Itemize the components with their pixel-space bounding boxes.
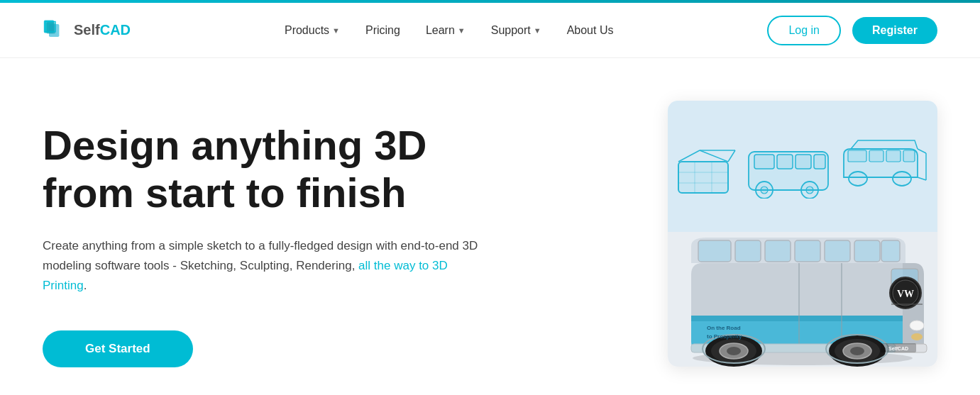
svg-rect-37 xyxy=(795,240,820,262)
get-started-button[interactable]: Get Started xyxy=(43,330,193,367)
svg-point-28 xyxy=(849,172,867,186)
svg-text:VW: VW xyxy=(897,289,914,299)
svg-rect-38 xyxy=(825,240,850,262)
svg-rect-14 xyxy=(777,155,793,169)
wireframe-van-side-icon xyxy=(746,136,831,199)
hero-description: Create anything from a simple sketch to … xyxy=(43,236,483,296)
chevron-down-icon: ▼ xyxy=(332,26,340,35)
nav-item-pricing[interactable]: Pricing xyxy=(365,24,400,37)
nav-item-about-us[interactable]: About Us xyxy=(567,24,614,37)
chevron-down-icon: ▼ xyxy=(458,26,466,35)
chevron-down-icon: ▼ xyxy=(534,26,541,35)
svg-rect-21 xyxy=(848,150,866,162)
logo-text: SelfCAD xyxy=(74,22,131,38)
main-nav: Products ▼ Pricing Learn ▼ Support ▼ Abo… xyxy=(285,24,614,37)
site-header: SelfCAD Products ▼ Pricing Learn ▼ Suppo… xyxy=(0,3,980,58)
svg-rect-41 xyxy=(691,316,903,321)
login-button[interactable]: Log in xyxy=(767,16,841,45)
svg-rect-15 xyxy=(795,155,811,169)
wireframe-vans-group xyxy=(668,123,937,210)
svg-point-19 xyxy=(761,187,768,194)
svg-rect-40 xyxy=(881,240,900,262)
hero-section: Design anything 3D from start to finish … xyxy=(0,58,980,395)
svg-rect-16 xyxy=(814,155,825,169)
nav-item-products[interactable]: Products ▼ xyxy=(285,24,340,37)
svg-text:SelfCAD: SelfCAD xyxy=(888,346,908,351)
svg-line-7 xyxy=(728,150,735,162)
wireframe-van-perspective-icon xyxy=(838,135,930,199)
svg-rect-24 xyxy=(903,150,915,162)
hero-image-rendered: VW xyxy=(668,232,937,367)
svg-point-33 xyxy=(911,333,923,340)
svg-point-29 xyxy=(893,172,911,186)
svg-rect-22 xyxy=(869,150,883,162)
svg-rect-23 xyxy=(886,150,901,162)
svg-rect-34 xyxy=(698,240,731,262)
svg-rect-36 xyxy=(765,240,791,262)
svg-point-32 xyxy=(910,321,924,330)
svg-rect-13 xyxy=(754,155,774,169)
svg-line-4 xyxy=(678,150,700,162)
rendered-vw-bus-svg: VW xyxy=(671,232,934,367)
svg-line-5 xyxy=(700,150,728,162)
svg-rect-35 xyxy=(735,240,761,262)
svg-text:to Prosperity: to Prosperity xyxy=(707,333,742,340)
register-button[interactable]: Register xyxy=(852,17,937,44)
svg-rect-3 xyxy=(678,162,728,193)
hero-left-content: Design anything 3D from start to finish … xyxy=(43,101,525,367)
hero-image-wireframe xyxy=(668,101,937,232)
svg-rect-39 xyxy=(854,240,880,262)
logo-link[interactable]: SelfCAD xyxy=(43,18,131,43)
nav-item-support[interactable]: Support ▼ xyxy=(491,24,541,37)
svg-text:On the Road: On the Road xyxy=(707,325,741,331)
wireframe-box-icon xyxy=(675,148,739,199)
svg-point-20 xyxy=(806,187,813,194)
hero-title: Design anything 3D from start to finish xyxy=(43,122,525,216)
svg-line-25 xyxy=(918,149,926,153)
hero-image-panel: VW xyxy=(668,101,937,367)
nav-item-learn[interactable]: Learn ▼ xyxy=(426,24,466,37)
svg-point-57 xyxy=(850,347,864,355)
svg-point-53 xyxy=(727,347,741,355)
selfcad-logo-icon xyxy=(43,18,68,43)
header-actions: Log in Register xyxy=(767,16,937,45)
svg-line-26 xyxy=(918,177,926,180)
